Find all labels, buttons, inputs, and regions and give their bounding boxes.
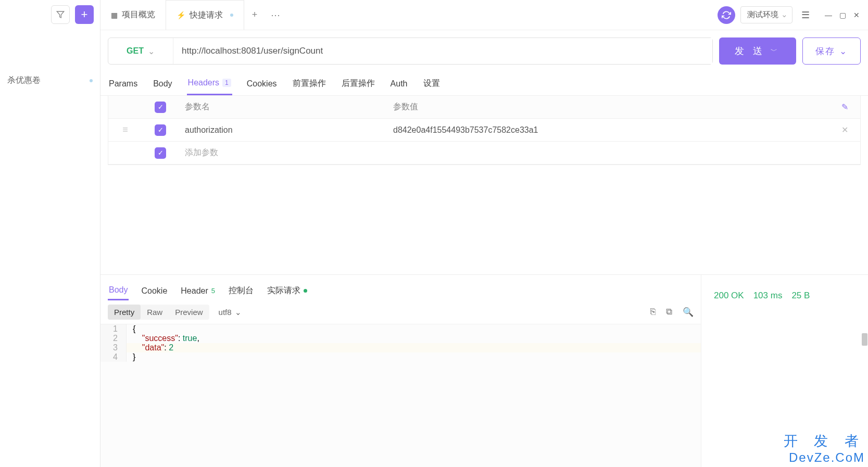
url-input[interactable] (173, 38, 712, 64)
top-tab-bar: ▦ 项目概览 ⚡ 快捷请求 + ⋯ 测试环境 ☰ — ▢ (100, 0, 868, 30)
scrollbar-thumb[interactable] (862, 333, 867, 346)
response-panel: Body Cookie Header5 控制台 实际请求 Pretty Raw … (100, 274, 868, 467)
environment-select[interactable]: 测试环境 (740, 6, 792, 23)
new-tab-button[interactable]: + (244, 9, 265, 20)
sidebar-item-coupon[interactable]: 杀优惠卷 (0, 71, 100, 90)
plus-icon: + (252, 9, 258, 20)
status-code: 200 OK (714, 291, 744, 301)
view-raw[interactable]: Raw (141, 305, 169, 320)
tab-postscript[interactable]: 后置操作 (341, 72, 376, 95)
maximize-button[interactable]: ▢ (837, 10, 848, 20)
request-tabs: Params Body Headers1 Cookies 前置操作 后置操作 A… (100, 72, 868, 96)
response-tabs: Body Cookie Header5 控制台 实际请求 (100, 275, 701, 300)
plus-icon: + (81, 8, 88, 21)
environment-label: 测试环境 (747, 10, 778, 19)
drag-handle-icon[interactable]: ≡ (108, 124, 142, 135)
save-response-icon[interactable]: ⎘ (650, 307, 656, 318)
resp-tab-cookie[interactable]: Cookie (140, 281, 168, 300)
bolt-icon: ⚡ (177, 11, 185, 19)
ellipsis-icon: ⋯ (271, 9, 280, 21)
resp-tab-console[interactable]: 控制台 (228, 281, 255, 300)
request-url-bar: GET (108, 37, 713, 65)
chevron-down-icon: ⌄ (235, 308, 242, 317)
method-label: GET (127, 46, 144, 56)
sidebar-item-label: 杀优惠卷 (7, 75, 41, 86)
tab-overview[interactable]: ▦ 项目概览 (100, 0, 166, 30)
copy-response-icon[interactable]: ⧉ (666, 307, 672, 318)
more-tabs-button[interactable]: ⋯ (265, 9, 286, 21)
bulk-edit-icon[interactable]: ✎ (841, 102, 848, 112)
tab-auth[interactable]: Auth (389, 72, 409, 95)
tab-prescript[interactable]: 前置操作 (292, 72, 327, 95)
headers-table: ✓ 参数名 参数值 ✎ ≡ ✓ authorization d842e0a4f1… (108, 96, 861, 165)
resp-tab-body[interactable]: Body (108, 281, 129, 300)
tab-body[interactable]: Body (152, 72, 173, 95)
tab-params[interactable]: Params (108, 72, 139, 95)
filter-button[interactable] (51, 5, 70, 24)
tab-settings[interactable]: 设置 (422, 72, 441, 95)
column-header-name: 参数名 (179, 102, 387, 112)
header-name-input[interactable]: authorization (179, 125, 387, 135)
sync-button[interactable] (718, 6, 735, 24)
tab-label: 快捷请求 (190, 10, 223, 21)
new-row-checkbox[interactable]: ✓ (155, 147, 166, 159)
header-count-badge: 5 (211, 287, 215, 295)
response-body[interactable]: 1{2 "success": true,3 "data": 24} (100, 324, 701, 467)
send-button[interactable]: 发 送 ﹀ (719, 37, 796, 65)
save-button[interactable]: 保存 ⌄ (802, 37, 861, 65)
column-header-value: 参数值 (387, 102, 829, 112)
search-response-icon[interactable]: 🔍 (683, 307, 694, 318)
resp-tab-header[interactable]: Header5 (180, 281, 216, 300)
unsaved-dot-icon (90, 79, 93, 82)
view-pretty[interactable]: Pretty (108, 305, 141, 320)
tab-headers[interactable]: Headers1 (187, 72, 232, 95)
resp-tab-actual[interactable]: 实际请求 (266, 281, 308, 300)
svg-marker-0 (57, 11, 64, 18)
encoding-select[interactable]: utf8⌄ (219, 308, 242, 317)
view-mode-segment: Pretty Raw Preview (108, 305, 209, 320)
filter-icon (56, 10, 65, 19)
hamburger-menu[interactable]: ☰ (798, 9, 813, 21)
status-size: 25 B (791, 291, 810, 301)
header-row: ≡ ✓ authorization d842e0a4f1554493b7537c… (108, 119, 860, 142)
header-value-input[interactable]: d842e0a4f1554493b7537c7582ce33a1 (387, 125, 829, 135)
tab-cookies[interactable]: Cookies (246, 72, 278, 95)
refresh-icon (722, 10, 731, 20)
close-button[interactable]: ✕ (851, 10, 862, 20)
unsaved-dot-icon (230, 14, 233, 17)
checkbox-all[interactable]: ✓ (155, 102, 166, 113)
add-param-input[interactable]: 添加参数 (179, 147, 387, 158)
tab-quick-request[interactable]: ⚡ 快捷请求 (166, 0, 244, 30)
menu-icon: ☰ (801, 9, 810, 21)
headers-count-badge: 1 (222, 79, 231, 87)
tab-label: 项目概览 (122, 9, 155, 20)
chevron-down-icon: ⌄ (839, 46, 848, 57)
delete-row-icon[interactable]: ✕ (841, 125, 848, 135)
send-label: 发 送 (735, 45, 765, 57)
watermark: 开 发 者 DevZe.CoM (784, 432, 865, 465)
sidebar: + 杀优惠卷 (0, 0, 100, 467)
method-select[interactable]: GET (108, 38, 173, 64)
save-label: 保存 (815, 45, 835, 57)
status-time: 103 ms (753, 291, 783, 301)
add-button[interactable]: + (75, 5, 94, 24)
row-checkbox[interactable]: ✓ (155, 124, 166, 136)
status-dot-icon (304, 289, 307, 293)
grid-icon: ▦ (111, 11, 118, 19)
view-preview[interactable]: Preview (169, 305, 209, 320)
response-status: 200 OK 103 ms 25 B (714, 291, 856, 301)
minimize-button[interactable]: — (823, 10, 834, 20)
chevron-down-icon: ﹀ (771, 46, 781, 56)
